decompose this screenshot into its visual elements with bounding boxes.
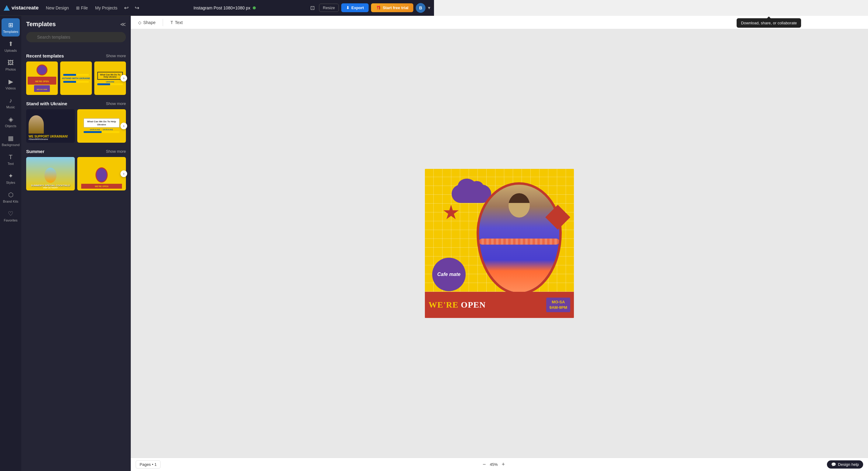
- top-nav: vistacreate New Design ⊞ File My Project…: [0, 0, 434, 16]
- music-icon: ♪: [9, 97, 12, 104]
- logo-triangle-icon: [4, 5, 10, 11]
- stand-text: #STAND WITH UKRAINE: [61, 77, 91, 80]
- ukraine-label: UKRAINE: [106, 81, 114, 83]
- text-tool-icon: T: [170, 20, 173, 25]
- recent-next-arrow[interactable]: ›: [120, 75, 127, 82]
- user-avatar[interactable]: B: [416, 3, 426, 13]
- design-canvas[interactable]: Cafe mate WE'RE OPEN MO-SA 9AM-9PM: [425, 169, 434, 235]
- ukraine-flag-2: [63, 81, 89, 83]
- summer-section-title: Summer: [26, 149, 44, 154]
- summer-template-grid: SUMMER'S SPECIAL COCKTAILS VISIT US TODA…: [26, 157, 126, 190]
- photos-icon: 🖼: [8, 59, 14, 66]
- recent-show-more-button[interactable]: Show more: [106, 54, 126, 58]
- text-icon: T: [9, 154, 12, 160]
- background-icon: ▦: [8, 135, 14, 142]
- summer1-preview: SUMMER'S SPECIAL COCKTAILS VISIT US TODA…: [26, 157, 75, 190]
- stand-ukraine-preview: #STAND WITH UKRAINE: [60, 61, 92, 95]
- undo-button[interactable]: ↩: [122, 3, 130, 12]
- summer-section-header: Summer Show more: [26, 149, 126, 154]
- uploads-icon: ⬆: [8, 40, 13, 48]
- sidebar-item-uploads[interactable]: ⬆ Uploads: [2, 37, 20, 55]
- what-box: What Can We Do To Help Ukraine: [84, 118, 120, 127]
- favorites-icon: ♡: [8, 210, 13, 217]
- template-card-were-open[interactable]: WE'RE OPEN MO-SA 9AM: [26, 61, 58, 95]
- panel-header: Templates ≪: [26, 21, 126, 28]
- sidebar-item-videos[interactable]: ▶ Videos: [2, 75, 20, 93]
- sidebar-item-brand-kits[interactable]: ⬡ Brand Kits: [2, 188, 20, 206]
- ukraine-template-grid: WE SUPPORT UKRAINIAN! #StandWithUkraine …: [26, 109, 126, 143]
- sidebar-item-text[interactable]: T Text: [2, 150, 20, 169]
- chevron-down-icon[interactable]: ▾: [428, 5, 430, 11]
- summer-sub: VISIT US TODAY!: [43, 187, 58, 189]
- recent-template-grid: WE'RE OPEN MO-SA 9AM #STAND WITH UKRAINE: [26, 61, 126, 95]
- project-title: Instagram Post 1080×1080 px: [193, 5, 250, 10]
- summer-templates-row: SUMMER'S SPECIAL COCKTAILS VISIT US TODA…: [26, 157, 126, 190]
- ukraine-flag-3: [97, 83, 123, 85]
- person-shape: [29, 115, 44, 134]
- ukraine-flag: [63, 74, 89, 76]
- preview-circle: [36, 64, 48, 76]
- styles-icon: ✦: [8, 172, 13, 179]
- template-card-summer1[interactable]: SUMMER'S SPECIAL COCKTAILS VISIT US TODA…: [26, 157, 75, 190]
- ukraine-templates-row: WE SUPPORT UKRAINIAN! #StandWithUkraine …: [26, 109, 126, 143]
- hashtag-text: #StandWithUkraine: [29, 138, 48, 140]
- resize-button[interactable]: Resize: [319, 4, 339, 12]
- nav-right: ⊡ Resize ⬇ Export 🎁 Start free trial B ▾: [308, 3, 430, 13]
- summer-next-arrow[interactable]: ›: [120, 170, 127, 177]
- new-design-button[interactable]: New Design: [43, 4, 71, 11]
- summer2-bar: WE'RE OPEN: [81, 184, 122, 189]
- project-title-area: Instagram Post 1080×1080 px: [144, 5, 306, 10]
- ukraine-section-header: Stand with Ukraine Show more: [26, 101, 126, 106]
- search-input[interactable]: [26, 32, 126, 42]
- present-button[interactable]: ⊡: [308, 3, 317, 12]
- sidebar-item-music[interactable]: ♪ Music: [2, 94, 20, 112]
- summer2-circle: [95, 167, 108, 182]
- start-trial-button[interactable]: 🎁 Start free trial: [371, 3, 413, 12]
- sidebar-item-templates[interactable]: ⊞ Templates: [2, 18, 20, 36]
- logo[interactable]: vistacreate: [4, 5, 39, 11]
- redo-button[interactable]: ↪: [133, 3, 141, 12]
- sun-shape: [44, 168, 57, 183]
- grid-icon: ⊞: [76, 5, 80, 10]
- preview-bar: WE'RE OPEN: [28, 77, 56, 85]
- sidebar-item-photos[interactable]: 🖼 Photos: [2, 56, 20, 74]
- help-box: What Can We Do To Help Ukraine: [97, 72, 123, 80]
- sidebar: ⊞ Templates ⬆ Uploads 🖼 Photos ▶ Videos …: [0, 16, 21, 235]
- sidebar-item-objects[interactable]: ◈ Objects: [2, 113, 20, 131]
- shape-tool-button[interactable]: ◇ Shape: [136, 19, 158, 26]
- template-card-stand-ukraine[interactable]: #STAND WITH UKRAINE: [60, 61, 92, 95]
- summer-show-more-button[interactable]: Show more: [106, 149, 126, 154]
- sync-status-icon: [253, 6, 256, 9]
- collapse-panel-button[interactable]: ≪: [120, 21, 126, 28]
- ukraine-show-more-button[interactable]: Show more: [106, 101, 126, 106]
- preview-hours: MO-SA 9AM: [34, 85, 50, 92]
- template-card-what-help[interactable]: What Can We Do To Help Ukraine UKRAINE ·…: [77, 109, 126, 143]
- what-help-preview: What Can We Do To Help Ukraine UKRAINE ·…: [77, 109, 126, 143]
- support-text: WE SUPPORT UKRAINIAN!: [29, 135, 68, 138]
- text-tool-button[interactable]: T Text: [168, 19, 185, 26]
- canvas-area: Cafe mate WE'RE OPEN MO-SA 9AM-9PM: [131, 29, 434, 235]
- recent-templates-row: WE'RE OPEN MO-SA 9AM #STAND WITH UKRAINE: [26, 61, 126, 95]
- sidebar-item-styles[interactable]: ✦ Styles: [2, 169, 20, 187]
- summer2-preview: WE'RE OPEN: [77, 157, 126, 190]
- templates-panel: Templates ≪ Recent templates Show more W…: [21, 16, 131, 235]
- gift-icon: 🎁: [376, 5, 381, 10]
- my-projects-button[interactable]: My Projects: [93, 4, 120, 11]
- brand-kits-icon: ⬡: [8, 191, 13, 198]
- search-wrap: [26, 32, 126, 48]
- file-menu-button[interactable]: ⊞ File: [73, 4, 90, 11]
- sidebar-item-favorites[interactable]: ♡ Favorites: [2, 207, 20, 225]
- ukraine-section-title: Stand with Ukraine: [26, 101, 67, 106]
- recent-section-title: Recent templates: [26, 53, 64, 58]
- recent-section-header: Recent templates Show more: [26, 53, 126, 58]
- ukraine-next-arrow[interactable]: ›: [120, 123, 127, 129]
- flag4: [84, 131, 120, 133]
- canvas-grid: [425, 169, 434, 235]
- sidebar-item-background[interactable]: ▦ Background: [2, 131, 20, 150]
- template-card-summer2[interactable]: WE'RE OPEN: [77, 157, 126, 190]
- ukraine-text2: UKRAINE · UKRAINE: [90, 129, 114, 130]
- export-button[interactable]: ⬇ Export: [341, 3, 369, 12]
- template-card-support[interactable]: WE SUPPORT UKRAINIAN! #StandWithUkraine: [26, 109, 75, 143]
- support-preview: WE SUPPORT UKRAINIAN! #StandWithUkraine: [26, 109, 75, 143]
- templates-icon: ⊞: [8, 21, 13, 29]
